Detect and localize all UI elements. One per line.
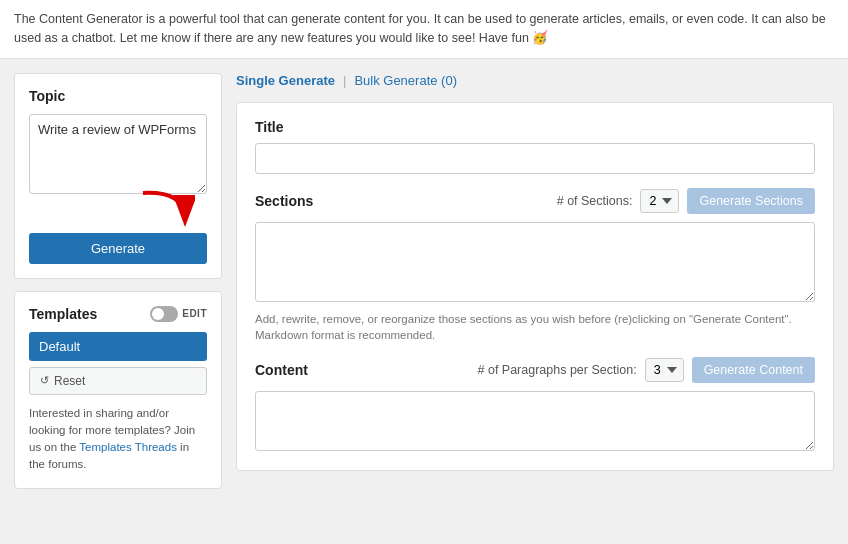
reset-button[interactable]: ↺ Reset <box>29 367 207 395</box>
topic-input[interactable]: Write a review of WPForms <box>29 114 207 194</box>
generate-sections-button[interactable]: Generate Sections <box>687 188 815 214</box>
tab-single-generate[interactable]: Single Generate <box>236 73 335 88</box>
left-panel: Topic Write a review of WPForms Generate… <box>14 73 222 489</box>
generate-button[interactable]: Generate <box>29 233 207 264</box>
default-template-button[interactable]: Default <box>29 332 207 361</box>
content-controls: # of Paragraphs per Section: 1 2 3 4 5 G… <box>478 357 816 383</box>
content-textarea[interactable] <box>255 391 815 451</box>
content-label: Content <box>255 362 308 378</box>
paragraphs-label: # of Paragraphs per Section: <box>478 363 637 377</box>
top-bar: The Content Generator is a powerful tool… <box>0 0 848 59</box>
generate-card: Title Sections # of Sections: 1 2 3 4 5 … <box>236 102 834 471</box>
templates-title: Templates <box>29 306 97 322</box>
content-header: Content # of Paragraphs per Section: 1 2… <box>255 357 815 383</box>
edit-label: EDIT <box>182 308 207 319</box>
sections-count-select[interactable]: 1 2 3 4 5 <box>640 189 679 213</box>
paragraphs-count-select[interactable]: 1 2 3 4 5 <box>645 358 684 382</box>
generate-content-button[interactable]: Generate Content <box>692 357 815 383</box>
sections-label: Sections <box>255 193 313 209</box>
templates-threads-link[interactable]: Templates Threads <box>79 441 177 453</box>
tab-divider: | <box>343 73 346 88</box>
edit-toggle[interactable]: EDIT <box>150 306 207 322</box>
sections-controls: # of Sections: 1 2 3 4 5 Generate Sectio… <box>557 188 815 214</box>
sections-hint: Add, rewrite, remove, or reorganize thos… <box>255 311 815 343</box>
toggle-knob <box>152 308 164 320</box>
topic-title: Topic <box>29 88 207 104</box>
generate-tabs: Single Generate | Bulk Generate (0) <box>236 73 834 88</box>
reset-label: Reset <box>54 374 85 388</box>
sections-header: Sections # of Sections: 1 2 3 4 5 Genera… <box>255 188 815 214</box>
reset-icon: ↺ <box>40 374 49 387</box>
title-label: Title <box>255 119 815 135</box>
title-input[interactable] <box>255 143 815 174</box>
topic-card: Topic Write a review of WPForms Generate <box>14 73 222 279</box>
templates-card: Templates EDIT Default ↺ Reset Intereste… <box>14 291 222 489</box>
red-arrow-icon <box>135 189 195 227</box>
toggle-switch[interactable] <box>150 306 178 322</box>
right-panel: Single Generate | Bulk Generate (0) Titl… <box>236 73 834 471</box>
templates-header: Templates EDIT <box>29 306 207 322</box>
description-text: The Content Generator is a powerful tool… <box>14 12 826 45</box>
tab-bulk-generate[interactable]: Bulk Generate (0) <box>354 73 457 88</box>
templates-footer: Interested in sharing and/or looking for… <box>29 405 207 474</box>
sections-count-label: # of Sections: <box>557 194 633 208</box>
sections-textarea[interactable] <box>255 222 815 302</box>
